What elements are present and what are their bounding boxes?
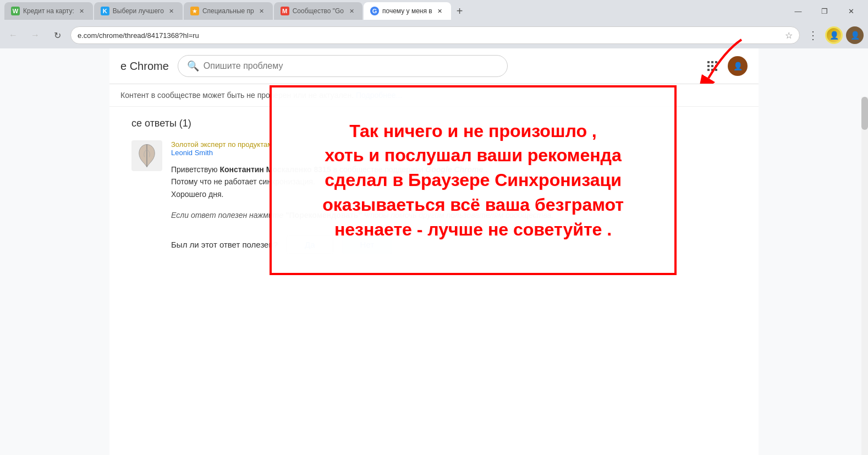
search-box[interactable]: 🔍 [178, 55, 508, 77]
tab-5[interactable]: G почему у меня в ✕ [364, 2, 451, 20]
tab-3-icon: ★ [190, 7, 199, 15]
tab-3-label: Специальные пр [202, 7, 254, 15]
tab-2-icon: K [101, 7, 109, 15]
search-icon: 🔍 [187, 60, 199, 72]
back-button[interactable]: ← [4, 26, 22, 44]
new-tab-button[interactable]: + [452, 3, 468, 19]
close-button[interactable]: ✕ [838, 2, 864, 20]
tab-4[interactable]: M Сообщество "Go ✕ [274, 2, 362, 20]
overlay-line1: Так ничего и не произошло , [349, 121, 596, 141]
url-text: e.com/chrome/thread/84171368?hl=ru [78, 31, 782, 40]
maximize-button[interactable]: ❐ [812, 2, 837, 20]
answer-italic-text: Если ответ полезен нажмите [171, 211, 283, 220]
overlay-line4: оказываеться всё ваша безграмот [322, 195, 624, 215]
window-controls: — ❐ ✕ [785, 2, 864, 20]
scrollbar-track [861, 97, 868, 455]
tab-2-close[interactable]: ✕ [167, 7, 176, 15]
helpful-label: Был ли этот ответ полезен? [171, 240, 278, 249]
reload-button[interactable]: ↻ [48, 26, 66, 44]
tab-4-close[interactable]: ✕ [347, 7, 356, 15]
tab-4-label: Сообщество "Go [293, 7, 344, 15]
answer-farewell: Хорошего дня. [171, 190, 223, 199]
tab-3-close[interactable]: ✕ [257, 7, 266, 15]
tab-2[interactable]: K Выбери лучшего ✕ [94, 2, 183, 20]
bookmark-icon[interactable]: ☆ [785, 30, 793, 41]
red-arrow-annotation [692, 34, 758, 84]
search-input[interactable] [204, 61, 498, 71]
profile-avatar-secondary[interactable]: 👤 [846, 26, 864, 44]
url-bar[interactable]: e.com/chrome/thread/84171368?hl=ru ☆ [70, 26, 800, 44]
page-topbar: е Chrome 🔍 [109, 48, 759, 84]
overlay-text: Так ничего и не произошло , хоть и послу… [322, 119, 624, 242]
red-overlay-box: Так ничего и не произошло , хоть и послу… [270, 85, 677, 275]
overlay-line2: хоть и послушал ваши рекоменда [325, 145, 621, 165]
tab-1-icon: W [11, 7, 20, 15]
tab-1-label: Кредит на карту: [23, 7, 74, 15]
profile-avatar-secondary-initial: 👤 [850, 31, 860, 40]
tab-3[interactable]: ★ Специальные пр ✕ [184, 2, 273, 20]
overlay-line3: сделал в Браузере Синхронизаци [325, 170, 622, 190]
tab-1[interactable]: W Кредит на карту: ✕ [4, 2, 93, 20]
overlay-line5: незнаете - лучше не советуйте . [334, 220, 612, 239]
tab-1-close[interactable]: ✕ [78, 7, 86, 15]
profile-avatar-initial: 👤 [829, 31, 839, 40]
tab-5-icon: G [370, 7, 379, 15]
profile-avatar-top[interactable]: 👤 [825, 26, 843, 44]
menu-button[interactable]: ⋮ [804, 26, 822, 44]
tab-5-close[interactable]: ✕ [436, 7, 444, 15]
minimize-button[interactable]: — [785, 2, 811, 20]
toolbar-icons: ⋮ 👤 👤 [804, 26, 864, 44]
answer-greeting: Приветствую [171, 165, 218, 174]
tab-bar: W Кредит на карту: ✕ K Выбери лучшего ✕ … [0, 0, 868, 22]
scrollbar-thumb[interactable] [861, 97, 868, 130]
tab-2-label: Выбери лучшего [113, 7, 164, 15]
tab-4-icon: M [281, 7, 289, 15]
tab-5-label: почему у меня в [382, 7, 432, 15]
answer-avatar [131, 140, 162, 171]
forward-button[interactable]: → [26, 26, 44, 44]
site-title: е Chrome [120, 60, 169, 73]
